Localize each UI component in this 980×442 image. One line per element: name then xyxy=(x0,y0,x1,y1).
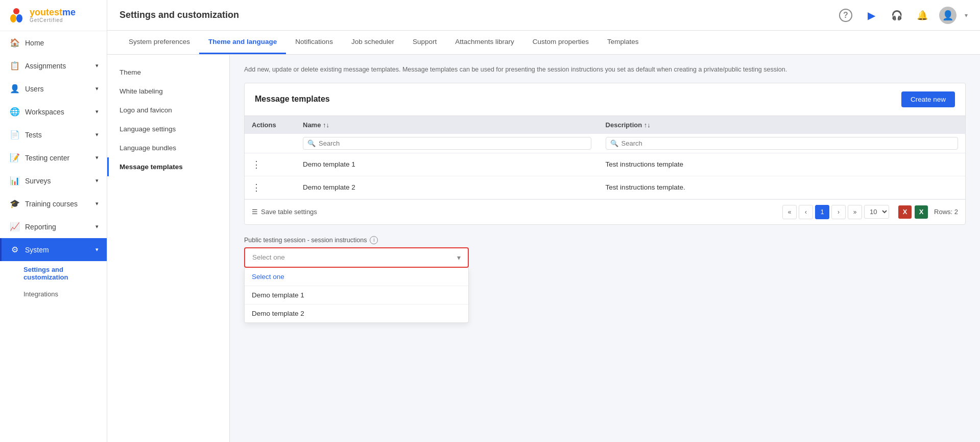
tab-system-preferences[interactable]: System preferences xyxy=(119,31,199,54)
description-search-input[interactable] xyxy=(622,139,953,147)
create-new-button[interactable]: Create new xyxy=(901,91,955,107)
content-area: Theme White labeling Logo and favicon La… xyxy=(107,55,980,442)
logo-sub: GetCertified xyxy=(30,17,76,23)
sidebar-item-testing-center[interactable]: 📝 Testing center ▾ xyxy=(0,146,107,169)
sub-nav-message-templates[interactable]: Message templates xyxy=(107,157,229,176)
name-search-wrap[interactable]: 🔍 xyxy=(303,137,591,150)
table-row: ⋮ Demo template 2 Test instructions temp… xyxy=(245,176,965,199)
first-page-btn[interactable]: « xyxy=(782,205,797,219)
search-row: 🔍 🔍 xyxy=(245,134,965,153)
next-page-btn[interactable]: › xyxy=(831,205,846,219)
sidebar-sub-integrations[interactable]: Integrations xyxy=(0,286,107,303)
dropdown-label: Public testing session - session instruc… xyxy=(244,236,966,244)
notifications-icon-btn[interactable]: 🔔 xyxy=(914,7,931,24)
col-description[interactable]: Description ↑↓ xyxy=(599,116,965,134)
sub-nav-white-labeling[interactable]: White labeling xyxy=(107,82,229,101)
headset-icon: 🎧 xyxy=(891,10,902,21)
sidebar-item-workspaces[interactable]: 🌐 Workspaces ▾ xyxy=(0,100,107,123)
chevron-down-icon: ▾ xyxy=(95,62,99,69)
sidebar-item-label: Home xyxy=(25,39,99,47)
export-pdf-btn[interactable]: X xyxy=(898,205,912,219)
sub-nav: Theme White labeling Logo and favicon La… xyxy=(107,55,230,442)
tab-notifications[interactable]: Notifications xyxy=(286,31,342,54)
sidebar-item-home[interactable]: 🏠 Home xyxy=(0,31,107,54)
tab-custom-properties[interactable]: Custom properties xyxy=(523,31,598,54)
top-header: Settings and customization ? ▶ 🎧 🔔 👤 ▾ xyxy=(107,0,980,31)
chevron-down-icon: ▾ xyxy=(95,131,99,138)
description-search-wrap[interactable]: 🔍 xyxy=(606,137,958,150)
prev-page-btn[interactable]: ‹ xyxy=(799,205,813,219)
chevron-down-icon: ▾ xyxy=(95,108,99,115)
sidebar-sub-settings[interactable]: Settings and customization xyxy=(0,261,107,286)
svg-point-1 xyxy=(10,14,16,22)
rows-per-page-select[interactable]: 10 25 50 xyxy=(864,205,889,219)
tab-attachments-library[interactable]: Attachments library xyxy=(446,31,523,54)
sidebar-item-system[interactable]: ⚙ System ▾ xyxy=(0,238,107,261)
bell-icon: 🔔 xyxy=(917,10,928,21)
dropdown-option-select-one[interactable]: Select one xyxy=(245,268,468,286)
sidebar-item-label: Reporting xyxy=(25,223,95,231)
chevron-down-icon: ▾ xyxy=(95,246,99,253)
workspaces-icon: 🌐 xyxy=(10,107,20,117)
sidebar-item-label: Assignments xyxy=(25,62,95,70)
testing-center-icon: 📝 xyxy=(10,153,20,162)
logo-text-main: youtestme xyxy=(30,8,76,18)
sidebar-item-surveys[interactable]: 📊 Surveys ▾ xyxy=(0,169,107,192)
help-icon-btn[interactable]: ? xyxy=(837,7,854,24)
hamburger-icon: ☰ xyxy=(252,208,258,216)
sub-nav-language-settings[interactable]: Language settings xyxy=(107,120,229,138)
card-title: Message templates xyxy=(255,95,330,104)
pagination: « ‹ 1 › » 10 25 50 xyxy=(782,205,889,219)
sub-nav-logo-favicon[interactable]: Logo and favicon xyxy=(107,101,229,120)
template-name-1: Demo template 1 xyxy=(296,153,599,176)
headset-icon-btn[interactable]: 🎧 xyxy=(888,7,905,24)
sidebar-item-reporting[interactable]: 📈 Reporting ▾ xyxy=(0,215,107,238)
sidebar-item-label: Surveys xyxy=(25,177,95,185)
home-icon: 🏠 xyxy=(10,38,20,48)
tab-templates[interactable]: Templates xyxy=(598,31,648,54)
sub-nav-theme[interactable]: Theme xyxy=(107,63,229,82)
save-table-settings-btn[interactable]: ☰ Save table settings xyxy=(252,208,317,216)
session-instructions-select[interactable]: Select one ▾ xyxy=(244,247,469,268)
sidebar-item-label: Testing center xyxy=(25,154,95,162)
tab-theme-language[interactable]: Theme and language xyxy=(199,31,286,54)
dropdown-option-demo1[interactable]: Demo template 1 xyxy=(245,286,468,304)
training-icon: 🎓 xyxy=(10,199,20,208)
chevron-down-icon: ▾ xyxy=(457,253,461,262)
name-search-input[interactable] xyxy=(319,139,587,147)
avatar-dropdown-icon[interactable]: ▾ xyxy=(965,12,968,19)
row-actions-button[interactable]: ⋮ xyxy=(252,159,261,170)
tab-support[interactable]: Support xyxy=(403,31,446,54)
search-icon: 🔍 xyxy=(307,139,316,147)
avatar[interactable]: 👤 xyxy=(939,7,957,24)
dropdown-option-demo2[interactable]: Demo template 2 xyxy=(245,305,468,322)
info-icon[interactable]: i xyxy=(370,236,378,244)
sidebar-item-training-courses[interactable]: 🎓 Training courses ▾ xyxy=(0,192,107,215)
reporting-icon: 📈 xyxy=(10,222,20,231)
last-page-btn[interactable]: » xyxy=(848,205,862,219)
header-icons: ? ▶ 🎧 🔔 👤 ▾ xyxy=(837,7,968,24)
row-actions-button[interactable]: ⋮ xyxy=(252,182,261,193)
tests-icon: 📄 xyxy=(10,130,20,139)
select-dropdown: Select one Demo template 1 Demo template… xyxy=(244,268,469,323)
template-name-2: Demo template 2 xyxy=(296,176,599,199)
page-title: Settings and customization xyxy=(119,10,239,20)
tab-job-scheduler[interactable]: Job scheduler xyxy=(342,31,403,54)
message-templates-table: Actions Name ↑↓ Description ↑↓ 🔍 xyxy=(245,116,965,224)
logo: youtestme GetCertified xyxy=(0,0,107,31)
sidebar-item-assignments[interactable]: 📋 Assignments ▾ xyxy=(0,54,107,77)
current-page-btn[interactable]: 1 xyxy=(815,205,829,219)
sidebar-item-tests[interactable]: 📄 Tests ▾ xyxy=(0,123,107,146)
sidebar-item-users[interactable]: 👤 Users ▾ xyxy=(0,77,107,100)
table-footer: ☰ Save table settings « ‹ 1 › » 10 25 xyxy=(245,199,965,224)
play-icon-btn[interactable]: ▶ xyxy=(863,7,880,24)
main-content: Add new, update or delete existing messa… xyxy=(230,55,980,442)
tabs-bar: System preferences Theme and language No… xyxy=(107,31,980,55)
message-templates-card: Message templates Create new Actions Nam… xyxy=(244,83,966,225)
svg-point-0 xyxy=(13,8,19,14)
template-desc-1: Test instructions template xyxy=(599,153,965,176)
sub-nav-language-bundles[interactable]: Language bundles xyxy=(107,138,229,157)
users-icon: 👤 xyxy=(10,84,20,94)
export-excel-btn[interactable]: X xyxy=(915,205,928,219)
col-name[interactable]: Name ↑↓ xyxy=(296,116,599,134)
